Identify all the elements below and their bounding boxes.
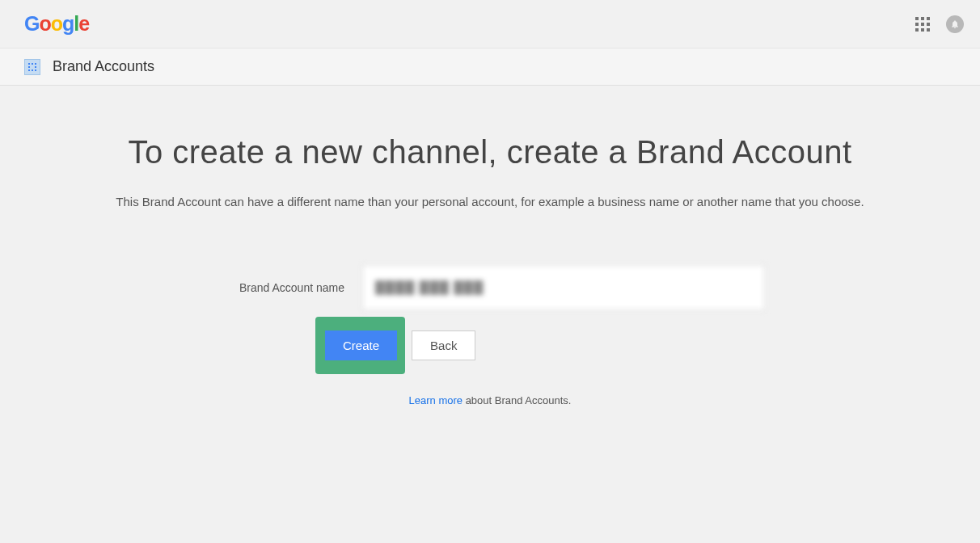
logo-letter: e (78, 12, 89, 36)
brand-name-input[interactable] (362, 265, 765, 310)
brand-name-label: Brand Account name (215, 281, 344, 294)
button-row: Create Back (315, 317, 980, 374)
learn-more-suffix: about Brand Accounts. (463, 394, 571, 406)
create-button[interactable]: Create (325, 330, 397, 360)
learn-more-link[interactable]: Learn more (409, 394, 463, 406)
notifications-icon[interactable] (946, 15, 964, 33)
logo-letter: G (24, 12, 39, 36)
page-subtext: This Brand Account can have a different … (0, 195, 980, 208)
page-heading: To create a new channel, create a Brand … (0, 134, 980, 170)
main-content: To create a new channel, create a Brand … (0, 86, 980, 406)
logo-letter: o (51, 12, 62, 36)
sub-header-title: Brand Accounts (53, 58, 154, 75)
brand-accounts-icon (24, 59, 40, 75)
logo-letter: g (62, 12, 74, 36)
top-header: Google (0, 0, 980, 48)
back-button[interactable]: Back (412, 330, 475, 360)
learn-more-row: Learn more about Brand Accounts. (0, 394, 980, 406)
form-row: Brand Account name (0, 265, 980, 310)
apps-grid-icon[interactable] (915, 17, 930, 32)
logo-letter: o (39, 12, 50, 36)
sub-header: Brand Accounts (0, 48, 980, 86)
header-right (915, 15, 964, 33)
google-logo[interactable]: Google (24, 12, 89, 36)
create-button-highlight: Create (315, 317, 405, 374)
